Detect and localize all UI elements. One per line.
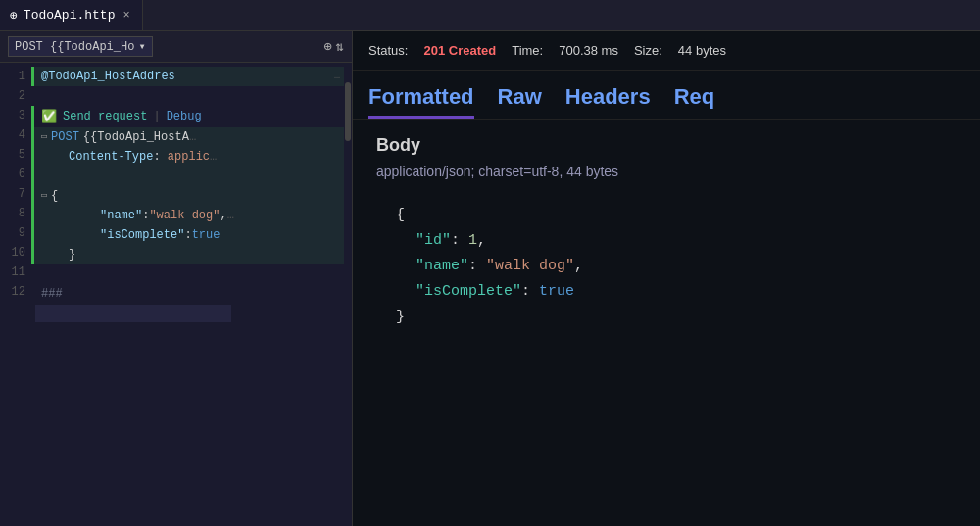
line-num-2: 2 xyxy=(0,86,31,106)
code-lines: @TodoApi_HostAddres… ✅ Send request | xyxy=(31,63,352,327)
dropdown-arrow-icon: ▾ xyxy=(138,39,145,54)
green-bar-2 xyxy=(31,86,34,106)
code-line-6: ▭ { xyxy=(31,186,352,206)
json-line-id: "id": 1, xyxy=(396,228,956,254)
json-line-close-brace: } xyxy=(396,305,956,330)
code-line-11: ### xyxy=(31,284,352,304)
code-line-5 xyxy=(31,167,352,186)
code-line-3: ▭ POST {{TodoApi_HostA… xyxy=(31,127,352,147)
response-tabs: Formatted Raw Headers Req xyxy=(353,71,980,120)
size-label: Size: xyxy=(634,43,662,58)
debug-button[interactable]: Debug xyxy=(167,110,202,123)
json-iscomplete-line: "isComplete":true xyxy=(63,225,220,245)
add-request-icon[interactable]: ⊕ xyxy=(323,38,331,55)
tab-close-button[interactable]: × xyxy=(121,7,131,24)
green-bar-send xyxy=(31,106,34,127)
code-line-10 xyxy=(31,264,352,284)
tab-pin-icon: ⊕ xyxy=(10,8,18,24)
collapse-icon-6[interactable]: ▭ xyxy=(41,186,47,206)
json-line-open-brace: { xyxy=(396,203,956,228)
brace-open: { xyxy=(51,186,58,206)
editor-scrollbar[interactable] xyxy=(344,63,352,526)
green-bar-5 xyxy=(31,167,34,186)
green-bar-6 xyxy=(31,186,34,206)
green-bar-9 xyxy=(31,245,34,264)
code-line-9: } xyxy=(31,245,352,264)
split-icon[interactable]: ⇅ xyxy=(336,38,344,55)
main-content: POST {{TodoApi_Ho ▾ ⊕ ⇅ 1 2 3 4 5 6 7 8 … xyxy=(0,31,980,526)
code-editor: 1 2 3 4 5 6 7 8 9 10 11 12 @TodoA xyxy=(0,63,352,526)
line-num-9: 9 xyxy=(0,223,31,243)
line-num-6: 6 xyxy=(0,165,31,184)
line-num-3: 3 xyxy=(0,106,31,125)
green-bar-7 xyxy=(31,206,34,225)
request-method-selector[interactable]: POST {{TodoApi_Ho ▾ xyxy=(8,36,153,57)
json-name-line: "name":"walk dog",… xyxy=(63,206,234,225)
code-content-area[interactable]: @TodoApi_HostAddres… ✅ Send request | xyxy=(31,63,352,526)
json-viewer: { "id": 1, "name": "walk dog", "isComple… xyxy=(376,199,956,334)
status-label: Status: xyxy=(368,43,408,58)
tab-formatted[interactable]: Formatted xyxy=(368,84,474,119)
tab-todoapi[interactable]: ⊕ TodoApi.http × xyxy=(0,0,143,30)
line-num-7: 7 xyxy=(0,184,31,204)
line-num-8: 8 xyxy=(0,204,31,223)
send-check-icon: ✅ xyxy=(41,109,57,124)
code-line-4: Content-Type: applic… xyxy=(31,147,352,167)
line-num-1: 1 xyxy=(0,67,31,86)
post-keyword: POST xyxy=(51,127,79,147)
send-request-button[interactable]: Send request xyxy=(63,110,147,123)
line-num-10: 10 xyxy=(0,243,31,263)
send-request-bar: ✅ Send request | Debug xyxy=(31,106,352,127)
line-num-11: 11 xyxy=(0,263,31,282)
status-code: 201 Created xyxy=(423,43,496,58)
json-line-iscomplete: "isComplete": true xyxy=(396,279,956,305)
size-value: 44 bytes xyxy=(678,43,726,58)
request-method-label: POST {{TodoApi_Ho xyxy=(15,40,134,54)
scrollbar-thumb[interactable] xyxy=(345,82,351,141)
code-line-8: "isComplete":true xyxy=(31,225,352,245)
tab-filename: TodoApi.http xyxy=(24,8,116,23)
status-bar: Status: 201 Created Time: 700.38 ms Size… xyxy=(353,31,980,71)
code-line-12 xyxy=(31,304,352,323)
request-bar: POST {{TodoApi_Ho ▾ ⊕ ⇅ xyxy=(0,31,352,63)
brace-close: } xyxy=(47,245,75,264)
code-line-1: @TodoApi_HostAddres… xyxy=(31,67,352,86)
tab-req[interactable]: Req xyxy=(674,84,715,119)
response-panel: Status: 201 Created Time: 700.38 ms Size… xyxy=(353,31,980,526)
time-value: 700.38 ms xyxy=(559,43,618,58)
body-heading: Body xyxy=(376,135,956,156)
green-bar-8 xyxy=(31,225,34,245)
json-line-name: "name": "walk dog", xyxy=(396,254,956,279)
input-area-12[interactable] xyxy=(35,305,231,322)
line-num-4: 4 xyxy=(0,125,31,145)
time-label: Time: xyxy=(512,43,543,58)
send-divider: | xyxy=(153,110,160,123)
response-body: Body application/json; charset=utf-8, 44… xyxy=(353,120,980,526)
editor-panel: POST {{TodoApi_Ho ▾ ⊕ ⇅ 1 2 3 4 5 6 7 8 … xyxy=(0,31,353,526)
tab-raw[interactable]: Raw xyxy=(498,84,542,119)
code-text-1: @TodoApi_HostAddres… xyxy=(35,67,175,86)
line-num-5: 5 xyxy=(0,145,31,165)
tab-headers[interactable]: Headers xyxy=(565,84,651,119)
request-bar-actions: ⊕ ⇅ xyxy=(323,38,344,55)
tab-bar: ⊕ TodoApi.http × xyxy=(0,0,980,31)
code-line-2 xyxy=(31,86,352,106)
code-line-7: "name":"walk dog",… xyxy=(31,206,352,225)
line-numbers: 1 2 3 4 5 6 7 8 9 10 11 12 xyxy=(0,63,31,526)
separator-line: ### xyxy=(35,284,63,304)
content-type-line: Content-Type: applic… xyxy=(47,147,217,167)
content-type-info: application/json; charset=utf-8, 44 byte… xyxy=(376,164,956,179)
collapse-icon-3[interactable]: ▭ xyxy=(41,127,47,147)
green-bar-1 xyxy=(31,67,34,86)
line-num-12: 12 xyxy=(0,282,31,302)
green-bar-4 xyxy=(31,147,34,167)
green-bar-3 xyxy=(31,127,34,147)
post-url: {{TodoApi_HostA… xyxy=(83,127,196,147)
